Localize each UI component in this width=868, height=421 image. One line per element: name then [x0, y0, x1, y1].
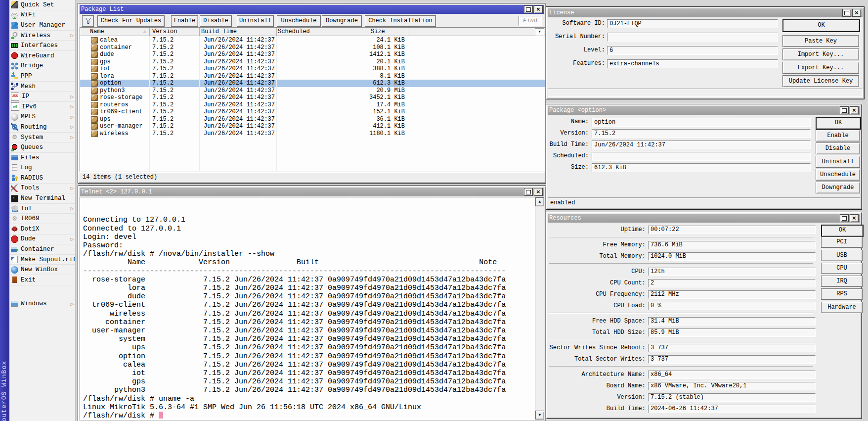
sidebar-item-new-winbox[interactable]: New WinBox: [9, 265, 75, 275]
resources-hardware-button[interactable]: Hardware: [821, 302, 863, 313]
license-titlebar[interactable]: License ×: [548, 8, 863, 17]
terminal-scrollbar[interactable]: ▲ ▼: [535, 197, 544, 420]
downgrade-button[interactable]: Downgrade: [322, 15, 362, 27]
close-button[interactable]: ×: [852, 9, 861, 17]
package-table-header[interactable]: NameVersionBuild TimeScheduledSize: [80, 28, 545, 36]
column-header-version[interactable]: Version: [152, 28, 177, 35]
license-field-software-id[interactable]: DJ21-EIQP: [607, 19, 778, 28]
unschedule-button[interactable]: Unschedule: [277, 15, 321, 27]
maximize-button[interactable]: [840, 214, 849, 222]
table-row-ups[interactable]: ups7.15.2Jun/26/2024 11:42:3736.1 KiB: [80, 116, 545, 123]
resources-irq-button[interactable]: IRQ: [821, 276, 863, 287]
resources-field-total-sector-writes[interactable]: 3 737: [648, 355, 816, 364]
resources-cpu-button[interactable]: CPU: [821, 263, 863, 274]
close-button[interactable]: ×: [534, 5, 543, 13]
maximize-button[interactable]: [842, 9, 851, 17]
close-button[interactable]: ×: [850, 106, 859, 114]
column-header-size[interactable]: Size: [371, 28, 385, 35]
disable-button[interactable]: Disable: [200, 15, 232, 27]
close-button[interactable]: ×: [534, 188, 543, 196]
table-row-wireless[interactable]: wireless7.15.2Jun/26/2024 11:42:371180.1…: [80, 130, 545, 138]
sidebar-item-radius[interactable]: RADIUS: [9, 173, 75, 184]
table-row-routeros[interactable]: routeros7.15.2Jun/26/2024 11:42:3717.4 M…: [80, 101, 545, 109]
package-option-field-version[interactable]: 7.15.2: [592, 129, 811, 138]
sidebar-item-files[interactable]: Files: [9, 153, 75, 163]
sidebar-item-system[interactable]: ⚙System▷: [9, 133, 75, 143]
terminal-area[interactable]: Connecting to 127.0.0.1 Connected to 127…: [80, 197, 544, 420]
sidebar-item-new-terminal[interactable]: >_New Terminal: [9, 193, 75, 204]
resources-titlebar[interactable]: Resources ×: [548, 214, 860, 223]
table-row-rose-storage[interactable]: rose-storage7.15.2Jun/26/2024 11:42:3734…: [80, 94, 545, 101]
table-row-dude[interactable]: dude7.15.2Jun/26/2024 11:42:371412.1 KiB: [80, 51, 545, 58]
filter-button[interactable]: [82, 15, 94, 27]
sidebar-item-queues[interactable]: Queues: [9, 142, 75, 153]
resources-field-sector-writes-since-reboot[interactable]: 3 737: [648, 344, 816, 352]
sidebar-item-tr069[interactable]: ⚙TR069: [9, 214, 75, 224]
package-option-disable-button[interactable]: Disable: [816, 142, 860, 154]
sidebar-item-bridge[interactable]: Bridge: [9, 61, 75, 72]
sidebar-item-routing[interactable]: Routing▷: [9, 122, 75, 133]
resources-field-uptime[interactable]: 00:07:22: [648, 226, 816, 234]
license-ok-button[interactable]: OK: [782, 19, 860, 32]
uninstall-button[interactable]: Uninstall: [237, 15, 274, 27]
sidebar-item-make-supout-rif[interactable]: Make Supout.rif: [9, 255, 75, 265]
license-export-key-button[interactable]: Export Key...: [782, 62, 859, 74]
resources-field-free-memory[interactable]: 736.6 MiB: [648, 241, 816, 249]
resources-field-architecture-name[interactable]: x86_64: [648, 371, 816, 379]
sidebar-item-windows[interactable]: Windows▷: [9, 299, 75, 310]
package-option-uninstall-button[interactable]: Uninstall: [816, 156, 860, 168]
resources-field-cpu-frequency[interactable]: 2112 MHz: [648, 290, 816, 299]
maximize-button[interactable]: [524, 188, 533, 196]
column-dropdown-button[interactable]: ▼: [535, 28, 544, 36]
resources-usb-button[interactable]: USB: [821, 250, 863, 261]
package-option-ok-button[interactable]: OK: [816, 117, 861, 130]
package-option-downgrade-button[interactable]: Downgrade: [816, 182, 860, 193]
sidebar-item-interfaces[interactable]: Interfaces: [9, 41, 75, 51]
license-update-license-key-button[interactable]: Update License Key: [782, 75, 859, 87]
scroll-down-button[interactable]: ▼: [535, 411, 544, 420]
sidebar-item-dude[interactable]: Dude▷: [9, 234, 75, 245]
package-option-titlebar[interactable]: Package <option> ×: [548, 106, 860, 115]
sidebar-item-ip[interactable]: 255IP▷: [9, 92, 75, 102]
sidebar-item-wifi[interactable]: WiFi: [9, 10, 75, 21]
check-installation-button[interactable]: Check Installation: [365, 15, 436, 27]
table-row-calea[interactable]: calea7.15.2Jun/26/2024 11:42:3724.1 KiB: [80, 37, 545, 44]
column-header-scheduled[interactable]: Scheduled: [278, 28, 310, 35]
sidebar-item-user-manager[interactable]: User Manager: [9, 20, 75, 31]
check-for-updates-button[interactable]: Check For Updates: [97, 15, 165, 27]
package-option-field-scheduled[interactable]: [592, 152, 811, 161]
license-paste-key-button[interactable]: Paste Key: [782, 35, 859, 47]
sidebar-item-mesh[interactable]: Mesh: [9, 82, 75, 92]
sidebar-item-quick-set[interactable]: Quick Set: [9, 0, 75, 10]
table-row-python3[interactable]: python37.15.2Jun/26/2024 11:42:3720.9 Mi…: [80, 87, 545, 94]
package-option-enable-button[interactable]: Enable: [816, 130, 860, 141]
sidebar-item-ipv6[interactable]: v6IPv6▷: [9, 102, 75, 112]
resources-rps-button[interactable]: RPS: [821, 288, 863, 300]
column-header-build-time[interactable]: Build Time: [201, 28, 237, 35]
find-input[interactable]: Find: [519, 16, 542, 26]
package-option-unschedule-button[interactable]: Unschedule: [816, 169, 860, 181]
scroll-up-button[interactable]: ▲: [535, 197, 544, 206]
resources-field-total-memory[interactable]: 1024.0 MiB: [648, 252, 816, 261]
license-import-key-button[interactable]: Import Key...: [782, 48, 859, 60]
telnet-titlebar[interactable]: Telnet <2> 127.0.0.1 ×: [80, 187, 544, 196]
resources-field-cpu-load[interactable]: 0 %: [648, 302, 816, 310]
resources-field-board-name[interactable]: x86 VMware, Inc. VMware20,1: [648, 382, 816, 390]
package-option-field-name[interactable]: option: [592, 118, 811, 127]
resources-field-cpu-count[interactable]: 2: [648, 279, 816, 287]
table-row-gps[interactable]: gps7.15.2Jun/26/2024 11:42:3720.1 KiB: [80, 58, 545, 66]
package-option-field-size[interactable]: 612.3 KiB: [592, 163, 811, 172]
table-row-option[interactable]: option7.15.2Jun/26/2024 11:42:37612.3 Ki…: [80, 80, 545, 87]
resources-field-cpu[interactable]: 12th: [648, 268, 816, 276]
table-row-user-manager[interactable]: user-manager7.15.2Jun/26/2024 11:42:3741…: [80, 123, 545, 130]
resources-field-free-hdd-space[interactable]: 31.4 MiB: [648, 317, 816, 326]
package-list-titlebar[interactable]: Package List ×: [80, 5, 544, 14]
sidebar-item-dot1x[interactable]: Dot1X: [9, 224, 75, 234]
table-row-iot[interactable]: iot7.15.2Jun/26/2024 11:42:37388.1 KiB: [80, 65, 545, 73]
column-header-name[interactable]: Name: [90, 28, 104, 35]
resources-ok-button[interactable]: OK: [821, 225, 864, 237]
sidebar-item-ppp[interactable]: PPP: [9, 71, 75, 82]
license-field-features[interactable]: extra-channels: [607, 59, 778, 68]
table-row-container[interactable]: container7.15.2Jun/26/2024 11:42:37108.1…: [80, 44, 545, 51]
resources-field-build-time[interactable]: 2024-06-26 11:42:37: [648, 405, 816, 413]
